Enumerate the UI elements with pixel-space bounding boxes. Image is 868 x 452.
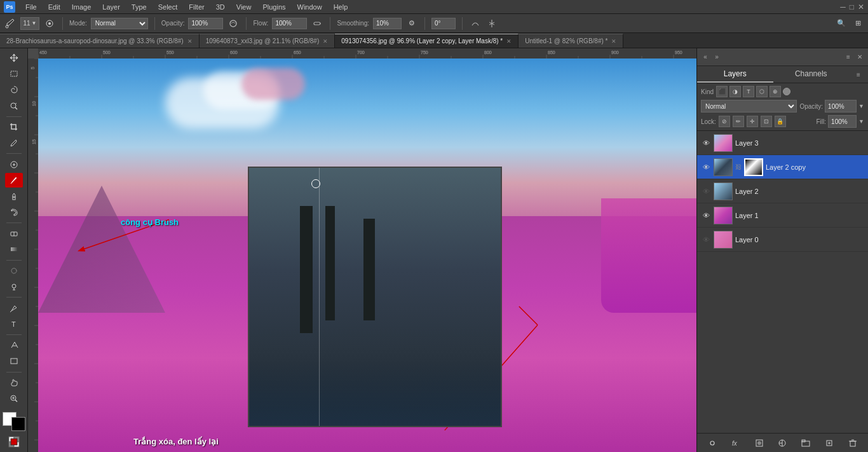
layer-fx-button[interactable]: fx [729, 437, 742, 449]
menu-select[interactable]: Select [153, 2, 183, 12]
canvas-image[interactable]: công cụ Brush Trắng xóa, đen lấy lại Sử … [38, 58, 696, 452]
layer-row-1[interactable]: 👁 Layer 1 [697, 203, 868, 228]
always-use-pressure-opacity[interactable] [227, 17, 240, 30]
tool-eraser[interactable] [5, 226, 23, 241]
tab-3[interactable]: 0913074356.jpg @ 96.9% (Layer 2 copy, La… [335, 34, 519, 48]
tool-gradient[interactable] [5, 242, 23, 257]
brush-settings-icon[interactable] [43, 17, 56, 30]
tab-1-close[interactable]: ✕ [187, 38, 193, 45]
tool-hand[interactable] [5, 376, 23, 390]
brush-tool-icon[interactable] [4, 17, 17, 30]
menu-window[interactable]: Window [292, 2, 327, 12]
kind-smart[interactable]: ⊕ [770, 86, 781, 97]
tool-move[interactable] [5, 51, 23, 65]
tool-blur[interactable] [5, 264, 23, 278]
pressure-size-icon[interactable] [469, 17, 482, 30]
canvas-area[interactable]: 450 500 550 600 650 700 750 800 [28, 48, 696, 452]
tab-channels[interactable]: Channels [773, 66, 850, 83]
menu-view[interactable]: View [231, 2, 257, 12]
tab-4[interactable]: Untitled-1 @ 82% (RGB/8#) * ✕ [519, 34, 623, 48]
layer-row-2[interactable]: 👁 Layer 2 [697, 179, 868, 203]
opacity-dropdown[interactable]: ▼ [858, 103, 864, 109]
tool-quick-select[interactable] [5, 99, 23, 113]
layer-2-visibility[interactable]: 👁 [701, 186, 711, 196]
symmetry-icon[interactable] [485, 17, 498, 30]
tool-lasso[interactable] [5, 83, 23, 97]
tool-marquee-rect[interactable] [5, 67, 23, 81]
layer-1-visibility[interactable]: 👁 [701, 210, 711, 221]
opacity-value[interactable] [825, 100, 857, 113]
tool-crop[interactable] [5, 120, 23, 135]
layer-row-3[interactable]: 👁 Layer 3 [697, 131, 868, 155]
tool-brush[interactable] [5, 173, 23, 188]
brush-preset-picker[interactable]: 11 ▼ [20, 17, 39, 30]
layout-icon[interactable]: ⊞ [851, 17, 864, 30]
tab-1[interactable]: 28-Brachiosaurus-a-sauropod-dinosaur.jpg… [0, 34, 200, 48]
search-icon[interactable]: 🔍 [835, 17, 848, 30]
menu-help[interactable]: Help [329, 2, 353, 12]
layer-mask-button[interactable] [753, 437, 766, 449]
menu-file[interactable]: File [20, 2, 42, 12]
menu-3d[interactable]: 3D [211, 2, 230, 12]
layer-adjustment-button[interactable] [776, 437, 789, 449]
layer-2copy-mask-thumb[interactable] [744, 158, 763, 176]
close-button[interactable]: ✕ [858, 3, 864, 11]
mode-select[interactable]: Normal [91, 18, 148, 29]
tool-shape[interactable] [5, 354, 23, 369]
background-color[interactable] [11, 417, 25, 431]
airbrush-toggle[interactable] [311, 17, 323, 30]
maximize-button[interactable]: □ [850, 3, 854, 11]
fill-dropdown[interactable]: ▼ [858, 118, 864, 125]
menu-type[interactable]: Type [126, 2, 152, 12]
kind-type[interactable]: T [743, 86, 754, 97]
flow-input[interactable] [272, 18, 307, 29]
panel-collapse-left[interactable]: « [701, 53, 710, 62]
blend-mode-select[interactable]: Normal Multiply Screen Overlay [701, 100, 797, 113]
kind-adjustment[interactable]: ◑ [729, 86, 741, 97]
tab-layers[interactable]: Layers [697, 66, 773, 83]
panel-menu[interactable]: ≡ [844, 53, 853, 62]
layer-delete-button[interactable] [846, 437, 859, 449]
menu-edit[interactable]: Edit [43, 2, 65, 12]
layer-row-0[interactable]: 👁 Layer 0 [697, 228, 868, 252]
layer-0-visibility[interactable]: 👁 [701, 235, 711, 245]
layer-row-2copy[interactable]: 👁 ⛓ Layer 2 copy [697, 155, 868, 179]
menu-image[interactable]: Image [67, 2, 97, 12]
tab-4-close[interactable]: ✕ [611, 38, 616, 45]
menu-layer[interactable]: Layer [97, 2, 125, 12]
layer-3-visibility[interactable]: 👁 [701, 138, 711, 148]
kind-circle[interactable] [783, 88, 790, 95]
kind-pixel[interactable]: ⬛ [716, 86, 728, 97]
kind-shape[interactable]: ⬡ [756, 86, 768, 97]
tool-stamp[interactable] [5, 189, 23, 203]
menu-filter[interactable]: Filter [184, 2, 209, 12]
smoothing-input[interactable] [373, 18, 402, 29]
panel-options-menu[interactable]: ≡ [849, 66, 868, 83]
panel-collapse-right[interactable]: » [712, 53, 721, 62]
lock-transparent[interactable]: ⊘ [719, 116, 730, 127]
tool-eyedropper[interactable] [5, 136, 23, 151]
tool-heal-brush[interactable] [5, 157, 23, 172]
layer-group-button[interactable] [799, 437, 812, 449]
panel-close[interactable]: ✕ [855, 53, 864, 62]
tab-2-close[interactable]: ✕ [323, 38, 328, 45]
lock-artboard[interactable]: ⊡ [761, 116, 772, 127]
lock-position[interactable]: ✛ [747, 116, 758, 127]
layer-2copy-visibility[interactable]: 👁 [701, 162, 711, 172]
tool-dodge[interactable] [5, 279, 23, 294]
lock-image[interactable]: ✏ [733, 116, 744, 127]
menu-plugins[interactable]: Plugins [257, 2, 290, 12]
layer-new-button[interactable] [823, 437, 836, 449]
tool-zoom[interactable] [5, 392, 23, 406]
layer-2copy-chain[interactable]: ⛓ [735, 163, 742, 170]
layer-link-button[interactable] [706, 437, 719, 449]
angle-input[interactable] [431, 18, 456, 29]
tab-2[interactable]: 109640873_xxl3.jpg @ 21.1% (RGB/8#) ✕ [200, 34, 336, 48]
opacity-input[interactable] [188, 18, 223, 29]
quick-mask-toggle[interactable] [5, 435, 23, 449]
tool-text[interactable]: T [5, 317, 23, 331]
smoothing-settings[interactable]: ⚙ [405, 17, 418, 30]
fill-value[interactable] [828, 115, 857, 128]
tool-history-brush[interactable] [5, 205, 23, 219]
minimize-button[interactable]: ─ [840, 3, 846, 11]
